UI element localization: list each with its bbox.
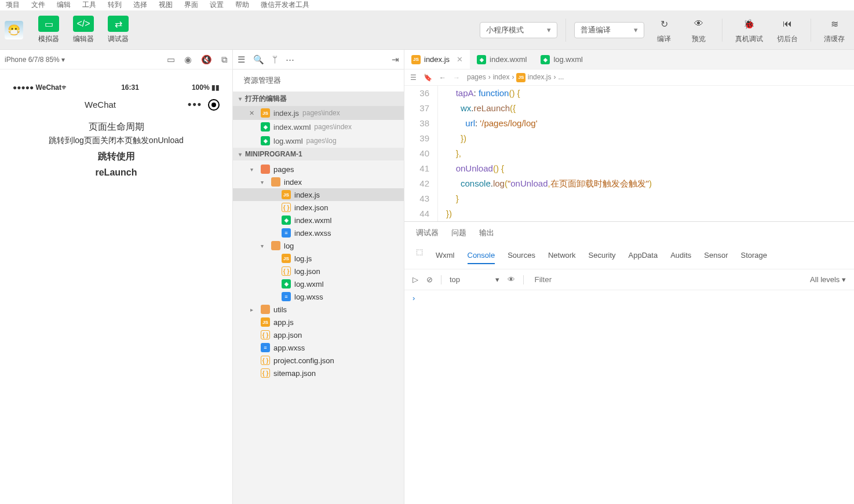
more-icon[interactable]: ⋯ xyxy=(286,54,294,65)
breadcrumb-item[interactable]: index xyxy=(493,73,510,81)
menu-item[interactable]: 设置 xyxy=(210,0,224,10)
devtools-tab[interactable]: Security xyxy=(589,247,616,264)
menu-item[interactable]: 编辑 xyxy=(57,0,71,10)
panel-tab[interactable]: 问题 xyxy=(451,228,466,243)
tree-item[interactable]: log.json xyxy=(233,265,404,277)
phone-status-bar: ●●●●● WeChatᯤ 16:31 100% ▮▮ xyxy=(6,81,227,94)
collapse-icon[interactable]: ⇥ xyxy=(392,54,399,65)
wechat-nav-bar: WeChat ••• xyxy=(6,94,227,115)
menu-item[interactable]: 界面 xyxy=(184,0,198,10)
menu-item[interactable]: 工具 xyxy=(82,0,96,10)
tree-item[interactable]: utils xyxy=(233,303,404,316)
devtools-tab[interactable]: Wxml xyxy=(436,247,455,264)
eye-icon[interactable]: 👁 xyxy=(508,275,515,284)
background-button[interactable]: ⏮切后台 xyxy=(772,16,802,44)
menu-item[interactable]: 帮助 xyxy=(235,0,249,10)
device-select[interactable]: iPhone 6/7/8 85% ▾ xyxy=(5,56,65,64)
clear-icon[interactable]: ⊘ xyxy=(426,275,433,284)
tree-item[interactable]: log.js xyxy=(233,252,404,265)
panel-tab[interactable]: 调试器 xyxy=(416,228,439,243)
devtools-tab[interactable]: AppData xyxy=(629,247,658,264)
project-header[interactable]: MINIPROGRAM-1 xyxy=(233,148,404,160)
editor-tab[interactable]: index.wxml xyxy=(470,50,534,69)
explorer-panel: ☰ 🔍 ᛘ ⋯ ⇥ 资源管理器 打开的编辑器 ✕index.js pages\i… xyxy=(233,50,404,504)
open-file[interactable]: ✕index.js pages\index xyxy=(233,106,404,120)
list-icon[interactable]: ☰ xyxy=(238,54,245,65)
nav-back-icon[interactable]: ← xyxy=(439,74,446,82)
editor-tab[interactable]: log.wxml xyxy=(534,50,590,69)
mute-icon[interactable]: 🔇 xyxy=(201,54,212,65)
preview-button[interactable]: 👁预览 xyxy=(684,16,714,44)
editor-button[interactable]: </>编辑器 xyxy=(68,16,98,44)
panel-tab[interactable]: 输出 xyxy=(479,228,494,243)
breadcrumb-item[interactable]: ... xyxy=(558,73,564,81)
outline-icon[interactable]: ☰ xyxy=(410,74,417,82)
levels-select[interactable]: All levels ▾ xyxy=(810,275,846,284)
menu-item[interactable]: 项目 xyxy=(6,0,20,10)
tree-item[interactable]: index.wxml xyxy=(233,214,404,227)
bottom-panel: 调试器问题输出 ⬚ WxmlConsoleSourcesNetworkSecur… xyxy=(404,221,854,450)
menu-item[interactable]: 转到 xyxy=(108,0,122,10)
avatar[interactable] xyxy=(5,21,23,39)
real-device-button[interactable]: 🐞真机调试 xyxy=(731,16,768,44)
toolbar: ▭模拟器 </>编辑器 ⇄调试器 小程序模式 普通编译 ↻编译 👁预览 🐞真机调… xyxy=(0,10,854,50)
tree-item[interactable]: pages xyxy=(233,163,404,176)
mode-select[interactable]: 小程序模式 xyxy=(480,22,557,38)
tree-item[interactable]: sitemap.json xyxy=(233,367,404,379)
breadcrumb-item[interactable]: pages xyxy=(467,73,486,81)
menu-item[interactable]: 视图 xyxy=(159,0,173,10)
menu-item[interactable]: 微信开发者工具 xyxy=(261,0,309,10)
tree-item[interactable]: index.wxss xyxy=(233,227,404,239)
code-editor[interactable]: 363738394041424344 tapA: function() { wx… xyxy=(404,86,854,221)
filter-input[interactable] xyxy=(532,273,802,286)
device-icon[interactable]: ▭ xyxy=(167,54,175,65)
open-file[interactable]: index.wxml pages\index xyxy=(233,120,404,134)
devtools-tab[interactable]: Network xyxy=(548,247,576,264)
bookmark-icon[interactable]: 🔖 xyxy=(424,74,432,82)
tree-item[interactable]: index xyxy=(233,176,404,188)
tree-item[interactable]: app.wxss xyxy=(233,341,404,354)
devtools-tab[interactable]: Audits xyxy=(670,247,691,264)
tree-item[interactable]: log.wxml xyxy=(233,277,404,290)
detach-icon[interactable]: ⧉ xyxy=(221,54,228,65)
context-select[interactable]: top ▾ xyxy=(450,275,499,284)
branch-icon[interactable]: ᛘ xyxy=(272,54,278,65)
open-editors-header[interactable]: 打开的编辑器 xyxy=(233,92,404,106)
simulator-panel: iPhone 6/7/8 85% ▾ ▭ ◉ 🔇 ⧉ ●●●●● WeChatᯤ… xyxy=(0,50,233,504)
explorer-title: 资源管理器 xyxy=(233,70,404,92)
compile-button[interactable]: ↻编译 xyxy=(649,16,679,44)
tree-item[interactable]: app.js xyxy=(233,316,404,328)
menu-item[interactable]: 文件 xyxy=(31,0,45,10)
menu-item[interactable]: 选择 xyxy=(133,0,147,10)
tree-item[interactable]: index.js xyxy=(233,188,404,201)
close-miniprogram-icon[interactable] xyxy=(208,99,220,111)
breadcrumb: ☰ 🔖 ← → pagesindex index.js... xyxy=(404,70,854,86)
devtools-tab[interactable]: Sources xyxy=(508,247,535,264)
tree-item[interactable]: log xyxy=(233,239,404,252)
tree-item[interactable]: app.json xyxy=(233,328,404,341)
tree-item[interactable]: project.config.json xyxy=(233,354,404,367)
play-icon[interactable]: ▷ xyxy=(413,275,418,284)
simulator-page: 页面生命周期 跳转到log页面关闭本页触发onUnload 跳转使用 reLau… xyxy=(6,115,227,184)
search-icon[interactable]: 🔍 xyxy=(253,54,264,65)
simulator-button[interactable]: ▭模拟器 xyxy=(34,16,64,44)
clear-cache-button[interactable]: ≋清缓存 xyxy=(819,16,849,44)
top-menu: 项目文件编辑工具转到选择视图界面设置帮助微信开发者工具 xyxy=(0,0,854,10)
debugger-button[interactable]: ⇄调试器 xyxy=(103,16,133,44)
compile-mode-select[interactable]: 普通编译 xyxy=(574,22,644,38)
record-icon[interactable]: ◉ xyxy=(184,54,192,65)
jump-button[interactable]: 跳转使用 xyxy=(12,151,221,163)
console-prompt[interactable]: › xyxy=(404,290,854,306)
devtools-tab[interactable]: Console xyxy=(468,247,495,264)
menu-dots-icon[interactable]: ••• xyxy=(188,98,202,111)
devtools-tab[interactable]: Storage xyxy=(741,247,768,264)
tree-item[interactable]: log.wxss xyxy=(233,290,404,303)
devtools-tab[interactable]: Sensor xyxy=(704,247,728,264)
inspect-icon[interactable]: ⬚ xyxy=(416,247,423,264)
editor-tab[interactable]: index.js✕ xyxy=(404,50,470,69)
relaunch-button[interactable]: reLaunch xyxy=(12,167,221,178)
tree-item[interactable]: index.json xyxy=(233,201,404,214)
open-file[interactable]: log.wxml pages\log xyxy=(233,134,404,148)
breadcrumb-item[interactable]: index.js xyxy=(516,73,551,81)
nav-fwd-icon[interactable]: → xyxy=(453,74,460,82)
